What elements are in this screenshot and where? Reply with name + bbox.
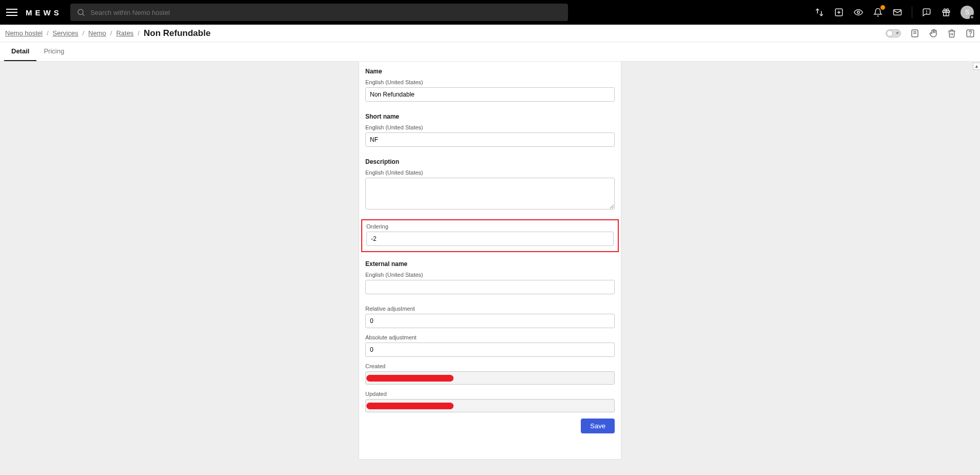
mail-icon[interactable]: [892, 7, 903, 17]
sublabel-externalname: English (United States): [365, 272, 615, 278]
presence-dot: [970, 15, 974, 20]
svg-point-8: [927, 13, 927, 13]
sublabel-name: English (United States): [365, 79, 615, 85]
collapse-arrow-icon[interactable]: ▲: [973, 63, 980, 70]
breadcrumb: Nemo hostel/ Services/ Nemo/ Rates/ Non …: [5, 28, 210, 39]
form-panel: Name English (United States) Short name …: [359, 62, 621, 460]
save-row: Save: [365, 419, 615, 433]
star-icon: ★: [895, 30, 899, 35]
field-externalname: External name English (United States): [365, 260, 615, 294]
trash-icon[interactable]: [947, 29, 956, 38]
page-title: Non Refundable: [144, 28, 210, 39]
input-ordering[interactable]: [366, 232, 614, 246]
note-icon[interactable]: [910, 29, 919, 38]
field-created: Created: [365, 363, 615, 385]
subheader: Nemo hostel/ Services/ Nemo/ Rates/ Non …: [0, 25, 980, 42]
menu-icon[interactable]: [6, 7, 17, 18]
add-icon[interactable]: [834, 7, 844, 17]
eye-icon[interactable]: [853, 7, 864, 17]
avatar-initial: S: [965, 9, 969, 16]
label-name: Name: [365, 68, 615, 75]
input-relative[interactable]: [365, 314, 615, 328]
input-shortname[interactable]: [365, 132, 615, 147]
search-input[interactable]: [90, 9, 562, 16]
transfer-icon[interactable]: [814, 7, 825, 17]
label-created: Created: [365, 363, 615, 369]
topbar: MEWS S: [0, 0, 980, 25]
field-description: Description English (United States): [365, 158, 615, 211]
label-ordering: Ordering: [366, 223, 614, 230]
tabs: Detail Pricing: [0, 42, 980, 62]
field-name: Name English (United States): [365, 68, 615, 102]
svg-point-5: [857, 11, 860, 14]
favorite-toggle[interactable]: ★: [886, 29, 901, 37]
input-description[interactable]: [365, 178, 615, 210]
input-absolute[interactable]: [365, 343, 615, 357]
sublabel-description: English (United States): [365, 169, 615, 176]
svg-point-16: [970, 35, 971, 35]
divider: [912, 7, 912, 18]
gift-icon[interactable]: [941, 7, 951, 17]
tab-pricing[interactable]: Pricing: [36, 47, 71, 61]
notification-dot: [880, 5, 885, 10]
topbar-actions: S: [814, 6, 974, 19]
label-updated: Updated: [365, 391, 615, 397]
input-externalname[interactable]: [365, 280, 615, 294]
field-updated: Updated: [365, 391, 615, 412]
help-icon[interactable]: [966, 29, 975, 38]
svg-point-0: [78, 9, 83, 14]
tab-detail[interactable]: Detail: [4, 47, 36, 61]
logo: MEWS: [26, 8, 62, 17]
bell-icon[interactable]: [873, 7, 883, 17]
svg-line-1: [83, 14, 84, 15]
label-shortname: Short name: [365, 113, 615, 120]
breadcrumb-link[interactable]: Nemo hostel: [5, 29, 43, 37]
label-description: Description: [365, 158, 615, 165]
field-relative: Relative adjustment: [365, 306, 615, 328]
breadcrumb-link[interactable]: Nemo: [88, 29, 106, 37]
breadcrumb-link[interactable]: Services: [53, 29, 79, 37]
field-absolute: Absolute adjustment: [365, 334, 615, 357]
content-area: Name English (United States) Short name …: [0, 62, 980, 475]
sublabel-shortname: English (United States): [365, 124, 615, 130]
ordering-highlight: Ordering: [361, 219, 619, 252]
search-box[interactable]: [70, 4, 568, 21]
comment-icon[interactable]: [922, 7, 932, 17]
label-externalname: External name: [365, 260, 615, 268]
save-button[interactable]: Save: [581, 419, 615, 433]
redaction-bar: [366, 403, 454, 409]
breadcrumb-link[interactable]: Rates: [116, 29, 133, 37]
avatar[interactable]: S: [961, 6, 974, 19]
label-absolute: Absolute adjustment: [365, 334, 615, 340]
field-shortname: Short name English (United States): [365, 113, 615, 147]
hand-icon[interactable]: [929, 29, 938, 38]
search-icon: [76, 8, 85, 17]
subheader-actions: ★: [886, 29, 975, 38]
redaction-bar: [366, 375, 454, 382]
label-relative: Relative adjustment: [365, 306, 615, 312]
input-name[interactable]: [365, 87, 615, 102]
